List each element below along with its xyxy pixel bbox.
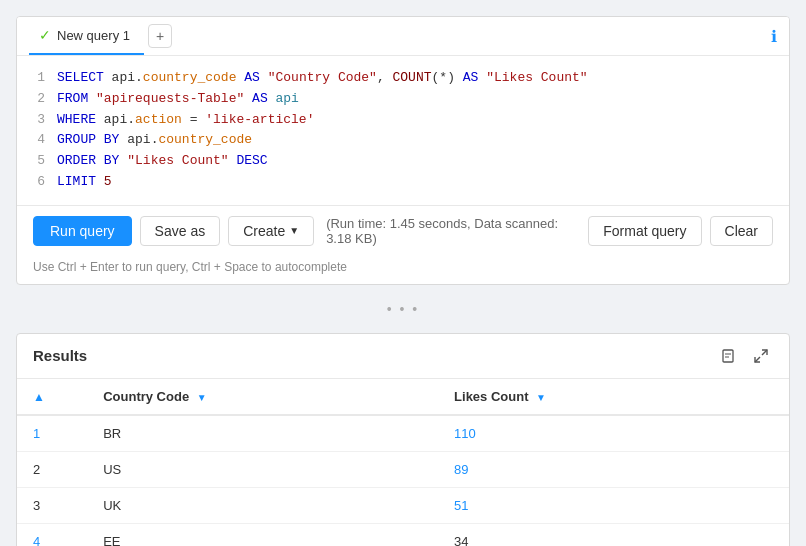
results-table: ▲ Country Code ▼ Likes Count ▼ 1 BR — [17, 379, 789, 546]
plus-icon: + — [156, 28, 164, 44]
col-header-country-code[interactable]: Country Code ▼ — [87, 379, 438, 415]
code-line-3: 3 WHERE api.action = 'like-article' — [33, 110, 773, 131]
active-tab[interactable]: ✓ New query 1 — [29, 17, 144, 55]
save-as-button[interactable]: Save as — [140, 216, 221, 246]
col-header-likes-count[interactable]: Likes Count ▼ — [438, 379, 789, 415]
create-button[interactable]: Create ▼ — [228, 216, 314, 246]
sort-asc-icon: ▲ — [33, 390, 45, 404]
add-tab-button[interactable]: + — [148, 24, 172, 48]
code-editor[interactable]: 1 SELECT api.country_code AS "Country Co… — [17, 56, 789, 205]
table-body: 1 BR 110 2 US 89 3 UK 51 4 EE 34 — [17, 415, 789, 546]
app-container: ✓ New query 1 + ℹ 1 SELECT api.country_c… — [16, 16, 790, 546]
table-header: ▲ Country Code ▼ Likes Count ▼ — [17, 379, 789, 415]
table-row: 1 BR 110 — [17, 415, 789, 452]
code-line-4: 4 GROUP BY api.country_code — [33, 130, 773, 151]
table-row: 4 EE 34 — [17, 523, 789, 546]
code-line-2: 2 FROM "apirequests-Table" AS api — [33, 89, 773, 110]
sort-icon-likes: ▼ — [536, 392, 546, 403]
format-query-button[interactable]: Format query — [588, 216, 701, 246]
query-panel: ✓ New query 1 + ℹ 1 SELECT api.country_c… — [16, 16, 790, 285]
code-line-5: 5 ORDER BY "Likes Count" DESC — [33, 151, 773, 172]
chevron-down-icon: ▼ — [289, 225, 299, 236]
sort-icon-country: ▼ — [197, 392, 207, 403]
results-panel: Results — [16, 333, 790, 546]
results-action-bar — [717, 346, 773, 366]
col-header-num[interactable]: ▲ — [17, 379, 87, 415]
run-query-button[interactable]: Run query — [33, 216, 132, 246]
tabs-bar: ✓ New query 1 + ℹ — [17, 17, 789, 56]
expand-icon — [753, 348, 769, 364]
expand-button[interactable] — [749, 346, 773, 366]
run-info-text: (Run time: 1.45 seconds, Data scanned: 3… — [326, 216, 580, 246]
panel-resizer[interactable]: • • • — [16, 297, 790, 321]
svg-rect-0 — [723, 350, 733, 362]
table-row: 3 UK 51 — [17, 487, 789, 523]
code-line-1: 1 SELECT api.country_code AS "Country Co… — [33, 68, 773, 89]
tab-check-icon: ✓ — [39, 27, 51, 43]
svg-line-4 — [755, 357, 760, 362]
tab-label: New query 1 — [57, 28, 130, 43]
code-line-6: 6 LIMIT 5 — [33, 172, 773, 193]
export-icon — [721, 348, 737, 364]
info-icon[interactable]: ℹ — [771, 27, 777, 46]
query-toolbar: Run query Save as Create ▼ (Run time: 1.… — [17, 205, 789, 256]
results-header: Results — [17, 334, 789, 379]
keyboard-hint: Use Ctrl + Enter to run query, Ctrl + Sp… — [17, 256, 789, 284]
create-label: Create — [243, 223, 285, 239]
clear-button[interactable]: Clear — [710, 216, 773, 246]
table-row: 2 US 89 — [17, 451, 789, 487]
export-button[interactable] — [717, 346, 741, 366]
svg-line-3 — [762, 350, 767, 355]
results-title: Results — [33, 347, 87, 364]
